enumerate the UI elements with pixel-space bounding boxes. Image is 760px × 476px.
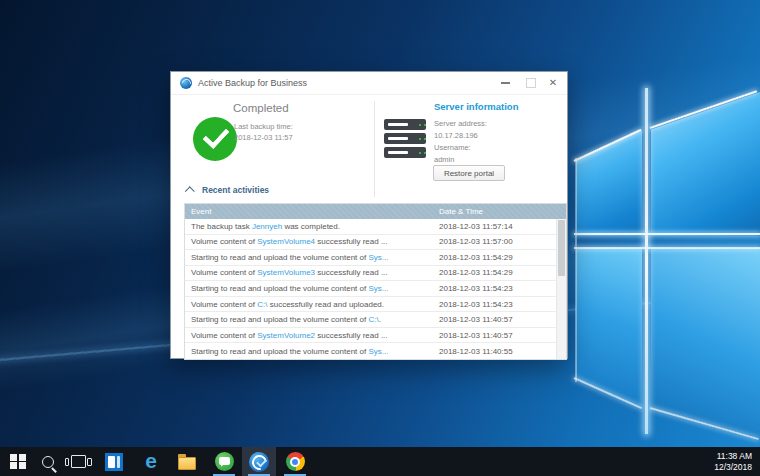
- title-bar[interactable]: Active Backup for Business ✕: [171, 72, 567, 95]
- table-row[interactable]: Starting to read and upload the volume c…: [185, 250, 557, 266]
- taskbar-item-edge[interactable]: e: [136, 447, 166, 476]
- datetime-cell: 2018-12-03 11:57:14: [439, 222, 513, 231]
- table-row[interactable]: Volume content of SystemVolume4 successf…: [185, 235, 557, 251]
- windows-logo-pane: [576, 130, 642, 236]
- taskbar-search-button[interactable]: [34, 447, 62, 476]
- datetime-cell: 2018-12-03 11:54:23: [439, 284, 513, 293]
- scrollbar-track[interactable]: [556, 219, 566, 359]
- clock-date: 12/3/2018: [714, 462, 752, 473]
- app-icon: [180, 77, 192, 89]
- table-row[interactable]: Volume content of C:\ successfully read …: [185, 297, 557, 313]
- table-row[interactable]: Volume content of SystemVolume3 successf…: [185, 266, 557, 282]
- last-backup-label: Last backup time:: [234, 122, 293, 131]
- logo-glow-edge: [575, 158, 577, 382]
- datetime-cell: 2018-12-03 11:40:55: [439, 347, 513, 356]
- event-link[interactable]: SystemVolume3: [257, 268, 315, 277]
- running-indicator: [213, 474, 235, 476]
- server-unit-icon: [384, 133, 426, 144]
- datetime-cell: 2018-12-03 11:57:00: [439, 237, 513, 246]
- datetime-cell: 2018-12-03 11:40:57: [439, 315, 513, 324]
- event-link[interactable]: C:\: [368, 315, 378, 324]
- taskbar-item-chrome[interactable]: [280, 447, 310, 476]
- username-value: admin: [434, 155, 454, 164]
- datetime-cell: 2018-12-03 11:40:57: [439, 331, 513, 340]
- taskbar: e 11:38 AM 12/3/2018: [0, 447, 760, 476]
- event-cell: The backup task Jennyeh was completed.: [191, 222, 427, 231]
- clock-time: 11:38 AM: [717, 451, 752, 462]
- logo-glow-vertical: [645, 88, 648, 434]
- datetime-cell: 2018-12-03 11:54:29: [439, 268, 513, 277]
- restore-portal-button[interactable]: Restore portal: [433, 165, 505, 181]
- chevron-up-icon: [185, 186, 195, 196]
- recent-activities-heading: Recent activities: [202, 185, 269, 195]
- window-body: Completed Last backup time: 2018-12-03 1…: [171, 95, 567, 359]
- active-backup-window: Active Backup for Business ✕ Completed L…: [170, 71, 568, 359]
- activities-table: Event Date & Time The backup task Jennye…: [184, 203, 567, 360]
- datetime-cell: 2018-12-03 11:54:29: [439, 253, 513, 262]
- close-button[interactable]: ✕: [545, 72, 561, 94]
- task-view-icon: [71, 455, 86, 468]
- windows-start-icon: [10, 454, 26, 470]
- screen: Active Backup for Business ✕ Completed L…: [0, 0, 760, 476]
- table-row[interactable]: Volume content of SystemVolume2 successf…: [185, 328, 557, 344]
- server-unit-icon: [384, 147, 426, 158]
- event-link[interactable]: Sys...: [368, 347, 388, 356]
- event-link[interactable]: SystemVolume2: [257, 331, 315, 340]
- activities-rows: The backup task Jennyeh was completed.20…: [185, 219, 557, 359]
- file-explorer-icon: [178, 457, 196, 470]
- column-header-event: Event: [191, 204, 211, 219]
- server-address-value: 10.17.28.196: [434, 131, 478, 140]
- taskbar-item-file-explorer[interactable]: [172, 447, 202, 476]
- table-row[interactable]: Starting to read and upload the volume c…: [185, 281, 557, 297]
- running-indicator: [284, 474, 306, 476]
- scrollbar-thumb[interactable]: [558, 220, 565, 276]
- edge-icon: e: [145, 450, 157, 471]
- search-icon: [42, 456, 54, 468]
- event-cell: Volume content of SystemVolume3 successf…: [191, 268, 427, 277]
- taskbar-item-onenote[interactable]: [99, 447, 129, 476]
- event-link[interactable]: C:\: [257, 300, 267, 309]
- success-check-icon: [193, 117, 237, 161]
- chrome-icon: [286, 452, 305, 471]
- minimize-button[interactable]: [497, 72, 513, 94]
- task-view-button[interactable]: [64, 447, 92, 476]
- event-cell: Volume content of SystemVolume2 successf…: [191, 331, 427, 340]
- taskbar-clock[interactable]: 11:38 AM 12/3/2018: [714, 447, 752, 476]
- recent-activities-toggle[interactable]: Recent activities: [187, 185, 269, 195]
- window-title: Active Backup for Business: [198, 78, 307, 88]
- server-unit-icon: [384, 119, 426, 130]
- event-link[interactable]: Jennyeh: [252, 222, 282, 231]
- logo-glow-horizontal: [574, 247, 760, 249]
- event-cell: Volume content of C:\ successfully read …: [191, 300, 427, 309]
- username-label: Username:: [434, 143, 471, 152]
- table-header: Event Date & Time: [185, 204, 566, 219]
- event-cell: Starting to read and upload the volume c…: [191, 347, 427, 356]
- onenote-icon: [105, 453, 123, 471]
- event-link[interactable]: Sys...: [368, 253, 388, 262]
- minimize-icon: [501, 82, 510, 84]
- running-indicator: [248, 474, 270, 476]
- section-divider: [374, 101, 375, 197]
- server-information-heading: Server information: [434, 101, 518, 112]
- server-address-label: Server address:: [434, 119, 487, 128]
- maximize-button[interactable]: [523, 72, 539, 94]
- server-stack-icon: [384, 119, 426, 161]
- event-cell: Starting to read and upload the volume c…: [191, 284, 427, 293]
- event-cell: Volume content of SystemVolume4 successf…: [191, 237, 427, 246]
- taskbar-item-synology-chat[interactable]: [209, 447, 239, 476]
- taskbar-item-active-backup[interactable]: [242, 447, 276, 476]
- windows-logo-pane: [651, 92, 760, 236]
- table-row[interactable]: Starting to read and upload the volume c…: [185, 343, 557, 359]
- event-cell: Starting to read and upload the volume c…: [191, 315, 427, 324]
- windows-logo-pane: [576, 248, 642, 410]
- last-backup-time: 2018-12-03 11:57: [234, 133, 293, 142]
- table-row[interactable]: Starting to read and upload the volume c…: [185, 312, 557, 328]
- start-button[interactable]: [4, 447, 32, 476]
- maximize-icon: [526, 78, 536, 88]
- active-backup-icon: [249, 452, 269, 472]
- logo-glow-horizontal: [574, 233, 760, 235]
- table-row[interactable]: The backup task Jennyeh was completed.20…: [185, 219, 557, 235]
- event-link[interactable]: SystemVolume4: [257, 237, 315, 246]
- event-cell: Starting to read and upload the volume c…: [191, 253, 427, 262]
- event-link[interactable]: Sys...: [368, 284, 388, 293]
